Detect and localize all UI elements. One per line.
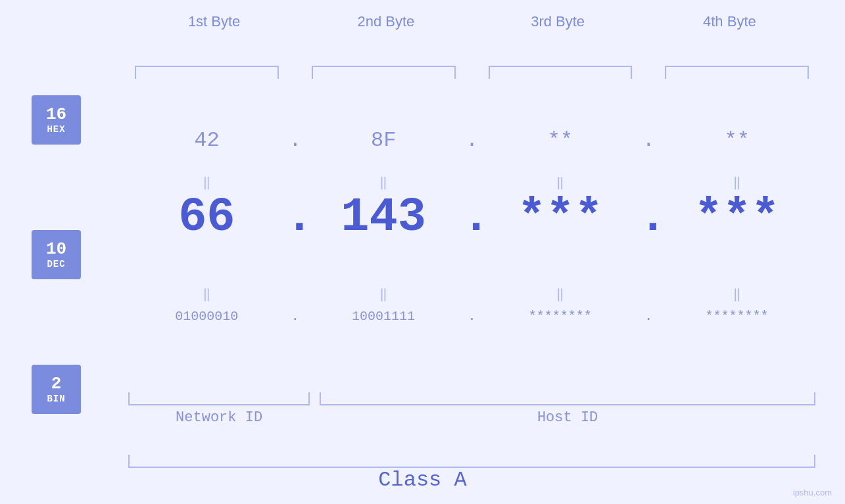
dec-num: 10 [46, 241, 66, 258]
bin-num: 2 [51, 375, 62, 392]
hex-dot-2: . [462, 128, 482, 152]
hex-num: 16 [46, 106, 66, 123]
dec-b4: *** [658, 191, 815, 244]
host-bracket-line [320, 392, 815, 405]
bracket-1 [128, 66, 285, 79]
hex-badge: 16 HEX [32, 95, 81, 145]
dec-dot-1: . [285, 191, 305, 244]
bin-dot-3: . [639, 309, 658, 324]
net-bracket-line [128, 392, 310, 405]
bin-b1: 01000010 [128, 309, 285, 324]
dec-row: 66 . 143 . *** . *** [128, 191, 815, 244]
bracket-4 [658, 66, 815, 79]
eq-2: ‖ [305, 174, 462, 191]
bin-b4: ******** [658, 309, 815, 324]
network-id-label: Network ID [128, 409, 310, 426]
col-header-3: 3rd Byte [472, 13, 644, 30]
hex-b4: ** [658, 128, 815, 152]
hex-b1: 42 [128, 128, 285, 152]
watermark: ipshu.com [793, 488, 832, 497]
hex-dot-1: . [285, 128, 305, 152]
bracket-line-4 [665, 66, 809, 79]
eq-row-1: ‖ ‖ ‖ ‖ [128, 174, 815, 191]
eq-3: ‖ [482, 174, 639, 191]
hex-row: 42 . 8F . ** . ** [128, 128, 815, 152]
bracket-3 [482, 66, 639, 79]
column-headers: 1st Byte 2nd Byte 3rd Byte 4th Byte [128, 13, 815, 30]
bracket-2 [305, 66, 462, 79]
bin-dot-1: . [285, 309, 305, 324]
col-header-1: 1st Byte [128, 13, 300, 30]
bin-b3: ******** [482, 309, 639, 324]
bottom-big-bracket [128, 455, 815, 468]
eq-row-2: ‖ ‖ ‖ ‖ [128, 286, 815, 302]
dec-b2: 143 [305, 191, 462, 244]
dec-label: DEC [47, 259, 65, 269]
main-grid: 42 . 8F . ** . ** ‖ ‖ ‖ ‖ 66 . 143 . ***… [128, 49, 815, 438]
eq-3b: ‖ [482, 286, 639, 302]
host-id-bracket: Host ID [320, 392, 815, 426]
bin-row: 01000010 . 10001111 . ******** . *******… [128, 309, 815, 324]
bracket-line-1 [135, 66, 279, 79]
hex-b3: ** [482, 128, 639, 152]
dec-b1: 66 [128, 191, 285, 244]
bracket-line-3 [489, 66, 633, 79]
hex-dot-3: . [639, 128, 658, 152]
dec-b3: *** [482, 191, 639, 244]
main-container: 1st Byte 2nd Byte 3rd Byte 4th Byte 16 H… [0, 0, 845, 504]
bin-badge: 2 BIN [32, 365, 81, 414]
bin-dot-2: . [462, 309, 482, 324]
eq-1: ‖ [128, 174, 285, 191]
base-labels: 16 HEX 10 DEC 2 BIN [32, 95, 81, 414]
bin-label: BIN [47, 394, 65, 404]
top-brackets [128, 56, 815, 79]
eq-4: ‖ [658, 174, 815, 191]
hex-b2: 8F [305, 128, 462, 152]
dec-dot-3: . [639, 191, 658, 244]
eq-4b: ‖ [658, 286, 815, 302]
bracket-line-2 [312, 66, 456, 79]
col-header-4: 4th Byte [644, 13, 815, 30]
bottom-brackets: Network ID Host ID [128, 392, 815, 432]
col-header-2: 2nd Byte [300, 13, 471, 30]
hex-label: HEX [47, 124, 65, 135]
bin-b2: 10001111 [305, 309, 462, 324]
dec-dot-2: . [462, 191, 482, 244]
host-id-label: Host ID [320, 409, 815, 426]
dec-badge: 10 DEC [32, 230, 81, 279]
class-label: Class A [0, 468, 845, 492]
eq-1b: ‖ [128, 286, 285, 302]
eq-2b: ‖ [305, 286, 462, 302]
network-id-bracket: Network ID [128, 392, 310, 426]
